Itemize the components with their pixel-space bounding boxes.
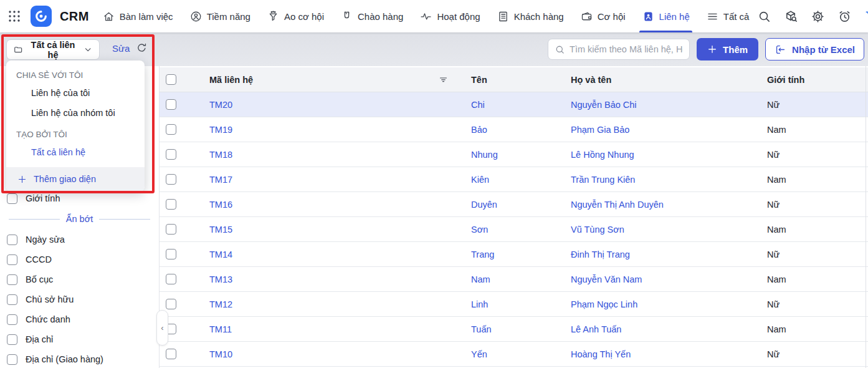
checkbox[interactable] (7, 334, 17, 345)
contact-fullname-link[interactable]: Vũ Tùng Sơn (571, 225, 624, 235)
sidebar-collapse-handle[interactable]: ‹ (156, 310, 168, 346)
nav-item-customers[interactable]: Khách hàng (489, 0, 572, 32)
contact-name-link[interactable]: Sơn (471, 225, 488, 235)
table-row[interactable]: TM20 Chi Nguyễn Bảo Chi Nữ (160, 92, 868, 117)
row-checkbox[interactable] (166, 149, 176, 160)
table-row[interactable]: TM16 Duyên Nguyễn Thị Anh Duyên Nữ (160, 192, 868, 217)
contact-code-link[interactable]: TM11 (209, 324, 232, 334)
contact-code-link[interactable]: TM14 (209, 249, 232, 259)
contact-code-link[interactable]: TM15 (209, 225, 232, 235)
checkbox[interactable] (7, 235, 17, 245)
contact-name-link[interactable]: Trang (471, 249, 494, 259)
contact-name-link[interactable]: Nam (471, 274, 490, 284)
contact-fullname-link[interactable]: Nguyễn Thị Anh Duyên (571, 200, 664, 210)
nav-item-opportunity-pool[interactable]: Ao cơ hội (259, 0, 332, 32)
global-search-icon[interactable] (757, 9, 771, 24)
refresh-icon[interactable] (136, 42, 148, 54)
table-row[interactable]: TM11 Tuấn Lê Anh Tuấn Nam (160, 317, 868, 342)
table-row[interactable]: TM10 Yến Hoàng Thị Yến Nữ (160, 342, 868, 367)
contact-name-link[interactable]: Nhung (471, 150, 498, 160)
contact-fullname-link[interactable]: Đinh Thị Trang (571, 249, 630, 259)
contact-fullname-link[interactable]: Phạm Ngọc Linh (571, 299, 637, 309)
field-row[interactable]: Bố cục (0, 269, 159, 289)
dropdown-item-my-contacts[interactable]: Liên hệ của tôi (6, 83, 145, 103)
add-view-button[interactable]: Thêm giao diện (6, 167, 145, 191)
row-checkbox[interactable] (166, 349, 176, 359)
settings-gear-icon[interactable] (811, 9, 825, 24)
add-contact-button[interactable]: Thêm (697, 38, 758, 61)
contact-code-link[interactable]: TM17 (209, 175, 232, 185)
table-row[interactable]: TM17 Kiên Trần Trung Kiên Nam (160, 167, 868, 192)
table-row[interactable]: TM19 Bảo Phạm Gia Bảo Nam (160, 117, 868, 142)
table-row[interactable]: TM18 Nhung Lê Hồng Nhung Nữ (160, 142, 868, 167)
contact-code-link[interactable]: TM19 (209, 125, 232, 135)
contact-name-link[interactable]: Tuấn (471, 324, 492, 334)
row-checkbox[interactable] (166, 274, 176, 284)
nav-item-workspace[interactable]: Bàn làm việc (94, 0, 181, 32)
row-checkbox[interactable] (166, 124, 176, 135)
row-checkbox[interactable] (166, 299, 176, 309)
view-selector-button[interactable]: Tất cả liên hệ (6, 39, 100, 60)
field-row[interactable]: Địa chỉ (0, 329, 159, 349)
nav-item-offers[interactable]: Chào hàng (332, 0, 411, 32)
contact-fullname-link[interactable]: Hoàng Thị Yến (571, 349, 631, 359)
column-filter-icon[interactable] (438, 74, 449, 85)
contact-name-link[interactable]: Kiên (471, 175, 489, 185)
contact-code-link[interactable]: TM12 (209, 299, 232, 309)
app-launcher-icon[interactable] (7, 9, 21, 23)
crm-logo-icon[interactable] (31, 6, 52, 27)
cart-icon[interactable]: 2 (864, 9, 868, 24)
field-row[interactable]: CCCD (0, 249, 159, 269)
contact-name-link[interactable]: Linh (471, 299, 488, 309)
search-input[interactable] (570, 44, 683, 54)
contact-code-link[interactable]: TM20 (209, 100, 232, 110)
contact-fullname-link[interactable]: Trần Trung Kiên (571, 175, 635, 185)
table-row[interactable]: TM15 Sơn Vũ Tùng Sơn Nam (160, 217, 868, 242)
edit-view-link[interactable]: Sửa (112, 43, 130, 54)
dropdown-item-all-contacts[interactable]: Tất cả liên hệ (6, 142, 145, 162)
import-excel-button[interactable]: Nhập từ Excel (765, 38, 864, 61)
contact-name-link[interactable]: Yến (471, 349, 487, 359)
row-checkbox[interactable] (166, 99, 176, 110)
nav-item-activities[interactable]: Hoạt động (411, 0, 488, 32)
contact-code-link[interactable]: TM10 (209, 349, 232, 359)
checkbox[interactable] (7, 354, 17, 365)
select-all-checkbox[interactable] (166, 74, 176, 85)
product-lookup-icon[interactable] (784, 9, 798, 24)
contact-code-link[interactable]: TM18 (209, 150, 232, 160)
table-row[interactable]: TM13 Nam Nguyễn Văn Nam Nam (160, 267, 868, 292)
field-row[interactable]: Chức danh (0, 309, 159, 329)
checkbox[interactable] (7, 193, 17, 204)
contact-fullname-link[interactable]: Nguyễn Văn Nam (571, 274, 642, 284)
contact-fullname-link[interactable]: Phạm Gia Bảo (571, 125, 629, 135)
table-row[interactable]: TM12 Linh Phạm Ngọc Linh Nữ (160, 292, 868, 317)
contact-fullname-link[interactable]: Nguyễn Bảo Chi (571, 100, 637, 110)
contact-fullname-link[interactable]: Lê Hồng Nhung (571, 150, 634, 160)
gender-value: Nữ (755, 200, 868, 210)
nav-item-leads[interactable]: Tiềm năng (181, 0, 259, 32)
table-row[interactable]: TM14 Trang Đinh Thị Trang Nữ (160, 242, 868, 267)
row-checkbox[interactable] (166, 199, 176, 210)
dropdown-item-team-contacts[interactable]: Liên hệ của nhóm tôi (6, 103, 145, 123)
contact-name-link[interactable]: Bảo (471, 125, 487, 135)
field-row[interactable]: Chủ sở hữu (0, 289, 159, 309)
row-checkbox[interactable] (166, 224, 176, 235)
reminder-clock-icon[interactable] (837, 9, 852, 24)
row-checkbox[interactable] (166, 174, 176, 185)
checkbox[interactable] (7, 254, 17, 265)
nav-item-all[interactable]: Tất cả (698, 0, 758, 32)
nav-item-contacts[interactable]: Liên hệ (634, 0, 698, 32)
contact-code-link[interactable]: TM16 (209, 200, 232, 210)
contact-name-link[interactable]: Duyên (471, 200, 497, 210)
contact-code-link[interactable]: TM13 (209, 274, 232, 284)
nav-item-opportunities[interactable]: Cơ hội (572, 0, 634, 32)
field-row[interactable]: Ngày sửa (0, 230, 159, 249)
contact-fullname-link[interactable]: Lê Anh Tuấn (571, 324, 621, 334)
contact-name-link[interactable]: Chi (471, 100, 485, 110)
show-less-link[interactable]: Ẩn bớt (66, 214, 93, 224)
checkbox[interactable] (7, 294, 17, 305)
field-row[interactable]: Địa chỉ (Giao hàng) (0, 349, 159, 368)
checkbox[interactable] (7, 274, 17, 285)
checkbox[interactable] (7, 314, 17, 325)
row-checkbox[interactable] (166, 249, 176, 259)
